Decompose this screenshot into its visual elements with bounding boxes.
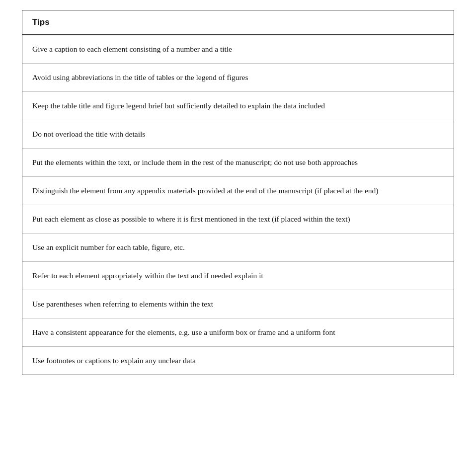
list-item: Distinguish the element from any appendi… xyxy=(22,177,454,205)
tips-container: Tips Give a caption to each element cons… xyxy=(22,10,454,375)
list-item: Give a caption to each element consistin… xyxy=(22,35,454,64)
tips-title: Tips xyxy=(32,17,50,27)
list-item: Avoid using abbreviations in the title o… xyxy=(22,64,454,92)
list-item: Refer to each element appropriately with… xyxy=(22,262,454,290)
tips-header: Tips xyxy=(22,10,454,35)
list-item: Put each element as close as possible to… xyxy=(22,205,454,234)
list-item: Put the elements within the text, or inc… xyxy=(22,149,454,177)
list-item: Use footnotes or captions to explain any… xyxy=(22,347,454,375)
list-item: Keep the table title and figure legend b… xyxy=(22,92,454,120)
list-item: Use an explicit number for each table, f… xyxy=(22,234,454,262)
list-item: Use parentheses when referring to elemen… xyxy=(22,290,454,318)
tips-list: Give a caption to each element consistin… xyxy=(22,35,454,375)
list-item: Have a consistent appearance for the ele… xyxy=(22,318,454,347)
list-item: Do not overload the title with details xyxy=(22,120,454,149)
